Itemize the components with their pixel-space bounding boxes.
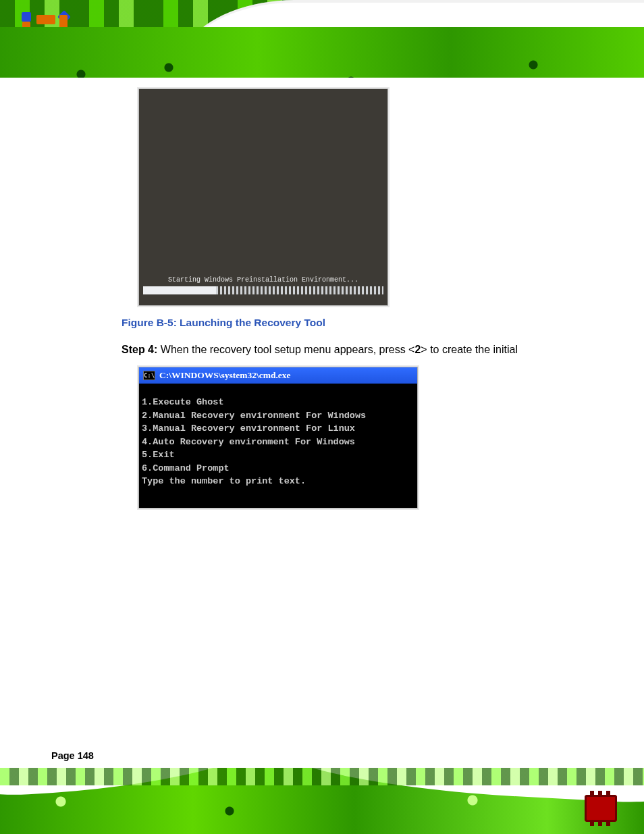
footer-swoosh-left [0, 768, 271, 800]
cmd-line: 5.Exit [142, 450, 175, 460]
step-4-text: Step 4: When the recovery tool setup men… [122, 344, 583, 356]
cmd-line: 2.Manual Recovery environment For Window… [142, 411, 366, 421]
cmd-title-text: C:\WINDOWS\system32\cmd.exe [159, 370, 291, 381]
cmd-line: Type the number to print text. [142, 476, 306, 486]
cmd-titlebar: C:\ C:\WINDOWS\system32\cmd.exe [139, 367, 417, 384]
winpe-loading-text: Starting Windows Preinstallation Environ… [139, 276, 387, 284]
winpe-progress-fill [143, 286, 216, 294]
registered-mark: ® [73, 38, 80, 49]
cmd-line: 4.Auto Recovery environment For Windows [142, 437, 355, 447]
screenshot-winpe-loading: Starting Windows Preinstallation Environ… [138, 88, 388, 306]
cmd-icon: C:\ [143, 371, 155, 380]
page-content: Starting Windows Preinstallation Environ… [0, 78, 644, 743]
product-name: NANO-PV-D4252/N4552/D5252 [410, 45, 603, 60]
brand-text: ®Technology Corp. [73, 38, 199, 53]
iei-logo [20, 15, 68, 53]
step-4-body-after: > to create the initial [421, 344, 518, 355]
header-banner: ®Technology Corp. NANO-PV-D4252/N4552/D5… [0, 0, 644, 78]
step-4-prefix: Step 4: [122, 344, 157, 355]
screenshot-cmd-window: C:\ C:\WINDOWS\system32\cmd.exe 1.Execut… [138, 367, 418, 509]
cmd-line: 1.Execute Ghost [142, 397, 224, 407]
cmd-line: 6.Command Prompt [142, 463, 230, 473]
header-swoosh [171, 0, 644, 78]
cmd-line: 3.Manual Recovery environment For Linux [142, 423, 355, 434]
footer-banner [0, 768, 644, 834]
cmd-body: 1.Execute Ghost 2.Manual Recovery enviro… [139, 384, 417, 508]
figure-5-caption: Figure B-5: Launching the Recovery Tool [122, 317, 583, 329]
step-4-body-before: When the recovery tool setup menu appear… [161, 344, 415, 355]
decorative-chip-icon [585, 795, 617, 822]
page-number: Page 148 [51, 750, 94, 761]
brand-name: Technology Corp. [80, 38, 200, 53]
